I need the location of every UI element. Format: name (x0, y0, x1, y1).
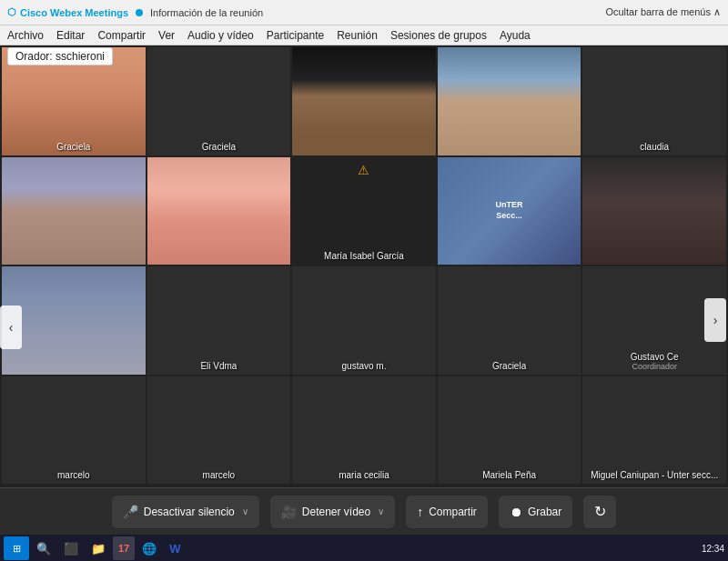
participant-cell-maria-cecilia[interactable]: maria cecilia (292, 376, 436, 485)
participant-name-marcelo1: marcelo (2, 470, 146, 480)
participant-cell-maria[interactable]: ⚠ María Isabel García (292, 157, 436, 265)
taskbar-search[interactable]: 🔍 (31, 536, 56, 560)
participant-name-eli: Eli Vdma (147, 361, 291, 371)
nav-next-button[interactable]: › (704, 298, 726, 342)
participant-cell-graciela3[interactable]: Graciela (438, 266, 581, 375)
warning-icon: ⚠ (358, 163, 369, 177)
chrome-icon: 🌐 (142, 542, 157, 556)
participant-cell-gustavo[interactable]: gustavo m. (292, 266, 436, 375)
calendar-icon: 17 (118, 543, 129, 554)
nav-prev-button[interactable]: ‹ (0, 306, 22, 349)
coordinador-label: Coordinador (582, 362, 726, 371)
participant-cell-claudia[interactable]: claudia (582, 47, 726, 155)
participant-cell-eli[interactable]: Eli Vdma (147, 266, 291, 375)
participant-name-maria: María Isabel García (292, 251, 436, 261)
menu-editar[interactable]: Editar (56, 29, 85, 42)
participant-name-mariela: Mariela Peña (438, 470, 581, 480)
participant-name-miguel: Miguel Caniupan - Unter secc... (582, 470, 726, 480)
participant-name-graciela1: Graciela (2, 142, 146, 152)
menu-sesiones[interactable]: Sesiones de grupos (390, 29, 487, 42)
participant-cell-gustavo-ce[interactable]: › Gustavo Ce Coordinador (582, 266, 726, 375)
windows-icon: ⊞ (13, 543, 21, 555)
start-button[interactable]: ⊞ (4, 536, 29, 560)
cisco-icon: ⬡ (7, 6, 16, 18)
menu-ayuda[interactable]: Ayuda (500, 29, 531, 42)
info-button[interactable]: Información de la reunión (150, 7, 263, 18)
menu-reunion[interactable]: Reunión (337, 29, 378, 42)
share-label: Compartir (429, 506, 477, 518)
participant-cell-mariela[interactable]: Mariela Peña (438, 376, 581, 485)
speaker-badge: Orador: sschieroni (7, 47, 113, 65)
video-dropdown-icon[interactable]: ∨ (378, 506, 384, 516)
participant-cell-row2-2[interactable] (147, 157, 291, 265)
record-label: Grabar (528, 506, 561, 518)
word-icon: W (169, 542, 180, 556)
taskbar-chrome[interactable]: 🌐 (136, 536, 162, 560)
record-icon: ⏺ (510, 505, 522, 519)
search-icon: 🔍 (36, 542, 51, 556)
taskbar-word[interactable]: W (164, 536, 186, 560)
menu-audio-video[interactable]: Audio y vídeo (187, 29, 254, 42)
video-icon: 🎥 (281, 505, 297, 519)
participant-name-claudia: claudia (582, 142, 726, 152)
video-label: Detener vídeo (302, 506, 370, 518)
participant-cell-row3-1[interactable] (2, 266, 146, 375)
participant-name-marcelo2: marcelo (147, 470, 291, 480)
refresh-icon: ↻ (594, 503, 606, 520)
taskbar-calendar[interactable]: 17 (113, 536, 135, 560)
participant-name-gustavo-ce: Gustavo Ce (582, 352, 726, 362)
participant-name-maria-cecilia: maria cecilia (292, 470, 436, 480)
taskbar-taskview[interactable]: ⬛ (58, 536, 84, 560)
status-dot (136, 9, 143, 16)
taskbar-system-tray: 12:34 (702, 544, 724, 554)
participant-cell-marcelo1[interactable]: marcelo (2, 376, 146, 485)
taskview-icon: ⬛ (64, 542, 78, 556)
video-grid: Graciela Graciela claudia ⚠ María Isabel… (0, 45, 728, 487)
participant-cell-woman1[interactable] (438, 47, 581, 155)
toolbar: 🎤 Desactivar silencio ∨ 🎥 Detener vídeo … (0, 487, 728, 535)
menu-compartir[interactable]: Compartir (97, 29, 146, 42)
app-title: Cisco Webex Meetings (20, 7, 128, 18)
menu-participante[interactable]: Participante (267, 29, 324, 42)
more-options-button[interactable]: ↻ (583, 496, 616, 528)
mic-dropdown-icon[interactable]: ∨ (242, 506, 248, 516)
menu-bar: Archivo Editar Compartir Ver Audio y víd… (0, 25, 728, 45)
folder-icon: 📁 (91, 542, 106, 556)
participant-name-graciela2: Graciela (147, 142, 291, 152)
hide-menu-button[interactable]: Ocultar barra de menús ∧ (605, 6, 721, 18)
taskbar-explorer[interactable]: 📁 (86, 536, 111, 560)
participant-name-gustavo: gustavo m. (292, 361, 436, 371)
video-button[interactable]: 🎥 Detener vídeo ∨ (270, 496, 395, 528)
participant-cell-miguel[interactable]: Miguel Caniupan - Unter secc... (582, 376, 726, 485)
speaker-label: Orador: sschieroni (15, 50, 105, 63)
menu-ver[interactable]: Ver (158, 29, 175, 42)
participant-cell-row2-5[interactable] (582, 157, 726, 265)
clock: 12:34 (702, 544, 724, 554)
menu-archivo[interactable]: Archivo (7, 29, 44, 42)
app-logo: ⬡ Cisco Webex Meetings (7, 6, 128, 18)
participant-cell-graciela2[interactable]: Graciela (147, 47, 291, 155)
mic-button[interactable]: 🎤 Desactivar silencio ∨ (112, 496, 259, 528)
mic-icon: 🎤 (123, 505, 138, 519)
participant-cell-row2-1[interactable] (2, 157, 146, 265)
share-button[interactable]: ↑ Compartir (406, 496, 488, 528)
participant-cell-marcelo2[interactable]: marcelo (147, 376, 291, 485)
title-bar: ⬡ Cisco Webex Meetings Información de la… (0, 0, 728, 25)
taskbar: ⊞ 🔍 ⬛ 📁 17 🌐 W 12:34 (0, 535, 728, 561)
mic-label: Desactivar silencio (144, 506, 235, 518)
participant-cell-man1[interactable] (292, 47, 436, 155)
participant-cell-unter[interactable]: UnTERSecc... (438, 157, 581, 265)
record-button[interactable]: ⏺ Grabar (499, 496, 572, 528)
share-icon: ↑ (417, 505, 423, 519)
participant-name-graciela3: Graciela (438, 361, 581, 371)
